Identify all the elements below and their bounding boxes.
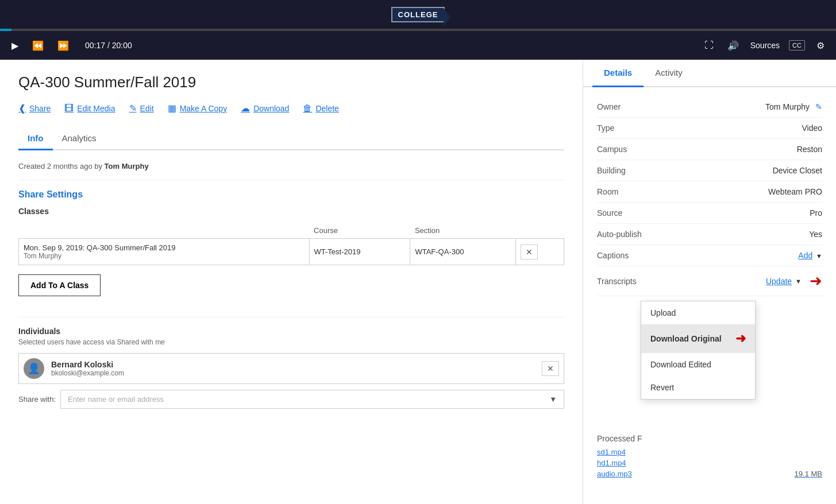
divider-1 bbox=[18, 180, 564, 180]
individuals-title: Individuals bbox=[18, 327, 564, 336]
file-audio[interactable]: audio.mp3 19.1 MB bbox=[597, 468, 822, 479]
file-hd1[interactable]: hd1.mp4 bbox=[597, 458, 822, 468]
share-with-input[interactable]: Enter name or email address ▼ bbox=[60, 390, 564, 409]
dropdown-item-download-edited[interactable]: Download Edited bbox=[641, 353, 755, 376]
detail-building: Building Device Closet bbox=[597, 160, 822, 181]
red-arrow-download: ➜ bbox=[735, 331, 746, 346]
volume-icon[interactable]: 🔊 bbox=[725, 38, 741, 53]
share-settings-title: Share Settings bbox=[18, 189, 564, 200]
remove-person-button[interactable]: ✕ bbox=[542, 361, 559, 376]
tab-info[interactable]: Info bbox=[18, 127, 53, 150]
video-top-bar: COLLEGE bbox=[0, 0, 836, 29]
action-bar: ❰ Share 🎞 Edit Media ✎ Edit ▦ Make A Cop… bbox=[18, 103, 564, 114]
tab-analytics[interactable]: Analytics bbox=[53, 127, 106, 150]
details-section: Owner Tom Murphy ✎ Type Video Campus Res… bbox=[583, 87, 836, 494]
time-display: 00:17 / 20:00 bbox=[85, 41, 132, 50]
dropdown-item-revert[interactable]: Revert bbox=[641, 376, 755, 399]
dropdown-item-upload[interactable]: Upload bbox=[641, 301, 755, 324]
share-with-label: Share with: bbox=[18, 395, 56, 404]
red-arrow-transcripts: ➜ bbox=[810, 272, 822, 290]
detail-transcripts: Transcripts Update ▼ ➜ bbox=[597, 266, 822, 296]
classes-label: Classes bbox=[18, 207, 564, 216]
page-title: QA-300 Summer/Fall 2019 bbox=[18, 73, 564, 91]
captions-dropdown-arrow[interactable]: ▼ bbox=[816, 253, 822, 259]
main-content: QA-300 Summer/Fall 2019 ❰ Share 🎞 Edit M… bbox=[0, 60, 836, 504]
share-with-row: Share with: Enter name or email address … bbox=[18, 390, 564, 409]
person-name: Bernard Koloski bbox=[51, 360, 535, 369]
transcripts-update-link[interactable]: Update bbox=[766, 277, 792, 286]
tab-activity[interactable]: Activity bbox=[644, 60, 694, 87]
detail-campus: Campus Reston bbox=[597, 139, 822, 160]
detail-autopublish: Auto-publish Yes bbox=[597, 224, 822, 245]
play-button[interactable]: ▶ bbox=[9, 38, 21, 53]
fullscreen-icon[interactable]: ⛶ bbox=[702, 38, 716, 53]
file-sd1[interactable]: sd1.mp4 bbox=[597, 447, 822, 458]
share-icon: ❰ bbox=[18, 103, 26, 114]
col-section: Section bbox=[410, 223, 515, 239]
processed-files: Processed F sd1.mp4 hd1.mp4 audio.mp3 19… bbox=[597, 428, 822, 485]
left-panel: QA-300 Summer/Fall 2019 ❰ Share 🎞 Edit M… bbox=[0, 60, 583, 504]
college-logo: COLLEGE bbox=[391, 7, 445, 22]
person-row: 👤 Bernard Koloski bkoloski@example.com ✕ bbox=[18, 353, 564, 384]
person-info: Bernard Koloski bkoloski@example.com bbox=[51, 360, 535, 377]
sources-button[interactable]: Sources bbox=[750, 41, 780, 50]
edit-owner-icon[interactable]: ✎ bbox=[815, 102, 822, 111]
edit-media-button[interactable]: 🎞 Edit Media bbox=[64, 103, 115, 114]
film-icon: 🎞 bbox=[64, 103, 74, 114]
detail-room: Room Webteam PRO bbox=[597, 181, 822, 203]
detail-source: Source Pro bbox=[597, 203, 822, 224]
rewind-button[interactable]: ⏪ bbox=[30, 38, 46, 53]
video-progress-bar[interactable] bbox=[0, 29, 836, 31]
col-course: Course bbox=[309, 223, 410, 239]
college-logo-text: COLLEGE bbox=[391, 7, 445, 22]
avatar: 👤 bbox=[24, 358, 44, 379]
class-section: WTAF-QA-300 bbox=[410, 239, 515, 265]
classes-table: Course Section Mon. Sep 9, 2019: QA-300 … bbox=[18, 223, 564, 265]
right-panel: Details Activity Owner Tom Murphy ✎ Type… bbox=[583, 60, 836, 504]
individuals-sub: Selected users have access via Shared wi… bbox=[18, 338, 564, 346]
download-icon: ☁ bbox=[241, 103, 250, 114]
transcripts-dropdown-arrow[interactable]: ▼ bbox=[795, 278, 802, 285]
detail-owner: Owner Tom Murphy ✎ bbox=[597, 96, 822, 118]
table-row: Mon. Sep 9, 2019: QA-300 Summer/Fall 201… bbox=[19, 239, 564, 265]
class-course: WT-Test-2019 bbox=[309, 239, 410, 265]
video-progress-fill bbox=[0, 29, 11, 31]
pencil-icon: ✎ bbox=[129, 103, 137, 114]
trash-icon: 🗑 bbox=[303, 103, 312, 114]
settings-icon[interactable]: ⚙ bbox=[814, 38, 827, 53]
detail-captions: Captions Add ▼ bbox=[597, 245, 822, 266]
class-name: Mon. Sep 9, 2019: QA-300 Summer/Fall 201… bbox=[24, 243, 305, 252]
remove-class-button[interactable]: ✕ bbox=[521, 245, 538, 259]
copy-icon: ▦ bbox=[168, 103, 176, 114]
created-text: Created 2 months ago by Tom Murphy bbox=[18, 162, 564, 170]
make-copy-button[interactable]: ▦ Make A Copy bbox=[168, 103, 228, 114]
tab-details[interactable]: Details bbox=[592, 60, 644, 87]
controls-right: ⛶ 🔊 Sources CC ⚙ bbox=[702, 38, 827, 53]
video-controls-bar: ▶ ⏪ ⏩ 00:17 / 20:00 ⛶ 🔊 Sources CC ⚙ bbox=[0, 31, 836, 60]
dropdown-item-download-original[interactable]: Download Original ➜ bbox=[641, 324, 755, 353]
divider-2 bbox=[18, 317, 564, 317]
share-dropdown-arrow: ▼ bbox=[549, 395, 557, 404]
class-teacher: Tom Murphy bbox=[24, 252, 305, 260]
right-tabs: Details Activity bbox=[583, 60, 836, 87]
detail-type: Type Video bbox=[597, 118, 822, 139]
transcripts-dropdown-menu: Upload Download Original ➜ Download Edit… bbox=[641, 301, 756, 400]
fast-forward-button[interactable]: ⏩ bbox=[55, 38, 71, 53]
edit-button[interactable]: ✎ Edit bbox=[129, 103, 154, 114]
download-button[interactable]: ☁ Download bbox=[241, 103, 289, 114]
captions-add-link[interactable]: Add bbox=[798, 251, 812, 260]
left-tabs: Info Analytics bbox=[18, 127, 564, 150]
add-to-class-button[interactable]: Add To A Class bbox=[18, 274, 101, 296]
delete-button[interactable]: 🗑 Delete bbox=[303, 103, 338, 114]
cc-button[interactable]: CC bbox=[789, 40, 805, 51]
person-email: bkoloski@example.com bbox=[51, 369, 535, 377]
share-button[interactable]: ❰ Share bbox=[18, 103, 51, 114]
